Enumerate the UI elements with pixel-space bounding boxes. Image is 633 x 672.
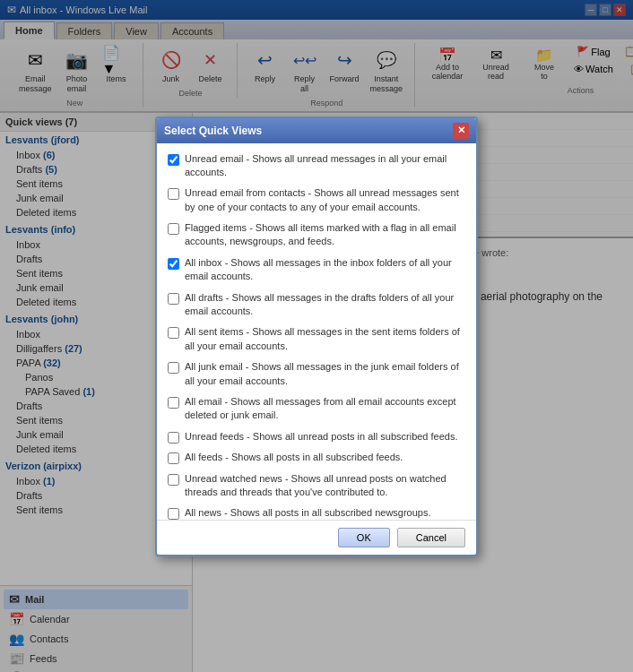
label-unread-from-contacts[interactable]: Unread email from contacts - Shows all u… bbox=[185, 186, 465, 214]
checkbox-flagged-items[interactable] bbox=[168, 223, 179, 235]
modal-cancel-button[interactable]: Cancel bbox=[397, 528, 465, 547]
label-all-drafts[interactable]: All drafts - Shows all messages in the d… bbox=[185, 291, 465, 319]
modal-option-unread-email: Unread email - Shows all unread messages… bbox=[168, 152, 465, 180]
modal-option-unread-from-contacts: Unread email from contacts - Shows all u… bbox=[168, 186, 465, 214]
label-all-inbox[interactable]: All inbox - Shows all messages in the in… bbox=[185, 256, 465, 284]
modal-option-flagged-items: Flagged items - Shows all items marked w… bbox=[168, 221, 465, 249]
modal-footer: OK Cancel bbox=[157, 520, 476, 555]
checkbox-all-junk-email[interactable] bbox=[168, 362, 179, 374]
label-flagged-items[interactable]: Flagged items - Shows all items marked w… bbox=[185, 221, 465, 249]
modal-option-all-drafts: All drafts - Shows all messages in the d… bbox=[168, 291, 465, 319]
label-all-feeds[interactable]: All feeds - Shows all posts in all subsc… bbox=[185, 451, 403, 464]
modal-title: Select Quick Views bbox=[164, 125, 262, 137]
checkbox-all-email[interactable] bbox=[168, 397, 179, 409]
label-unread-email[interactable]: Unread email - Shows all unread messages… bbox=[185, 152, 465, 180]
modal-option-all-sent-items: All sent items - Shows all messages in t… bbox=[168, 325, 465, 353]
modal-option-unread-watched-news: Unread watched news - Shows all unread p… bbox=[168, 472, 465, 500]
checkbox-unread-email[interactable] bbox=[168, 154, 179, 166]
checkbox-all-sent-items[interactable] bbox=[168, 327, 179, 339]
modal-option-all-feeds: All feeds - Shows all posts in all subsc… bbox=[168, 451, 465, 464]
modal-option-all-inbox: All inbox - Shows all messages in the in… bbox=[168, 256, 465, 284]
modal-option-unread-feeds: Unread feeds - Shows all unread posts in… bbox=[168, 430, 465, 444]
label-unread-feeds[interactable]: Unread feeds - Shows all unread posts in… bbox=[185, 430, 458, 444]
modal-option-all-email: All email - Shows all messages from all … bbox=[168, 395, 465, 423]
modal-option-all-junk-email: All junk email - Shows all messages in t… bbox=[168, 360, 465, 388]
modal-select-quick-views: Select Quick Views ✕ Unread email - Show… bbox=[155, 116, 478, 556]
checkbox-unread-from-contacts[interactable] bbox=[168, 188, 179, 200]
label-all-email[interactable]: All email - Shows all messages from all … bbox=[185, 395, 465, 423]
label-all-sent-items[interactable]: All sent items - Shows all messages in t… bbox=[185, 325, 465, 353]
checkbox-unread-feeds[interactable] bbox=[168, 432, 179, 444]
modal-option-all-news: All news - Shows all posts in all subscr… bbox=[168, 506, 465, 519]
checkbox-all-drafts[interactable] bbox=[168, 293, 179, 305]
label-unread-watched-news[interactable]: Unread watched news - Shows all unread p… bbox=[185, 472, 465, 500]
modal-body: Unread email - Shows all unread messages… bbox=[157, 143, 476, 520]
checkbox-all-feeds[interactable] bbox=[168, 452, 179, 464]
checkbox-all-inbox[interactable] bbox=[168, 258, 179, 270]
checkbox-unread-watched-news[interactable] bbox=[168, 474, 179, 486]
modal-close-button[interactable]: ✕ bbox=[453, 123, 469, 139]
modal-overlay[interactable]: Select Quick Views ✕ Unread email - Show… bbox=[0, 0, 633, 672]
label-all-junk-email[interactable]: All junk email - Shows all messages in t… bbox=[185, 360, 465, 388]
label-all-news[interactable]: All news - Shows all posts in all subscr… bbox=[185, 506, 431, 519]
modal-ok-button[interactable]: OK bbox=[338, 528, 390, 547]
checkbox-all-news[interactable] bbox=[168, 508, 179, 519]
modal-titlebar: Select Quick Views ✕ bbox=[157, 118, 476, 143]
